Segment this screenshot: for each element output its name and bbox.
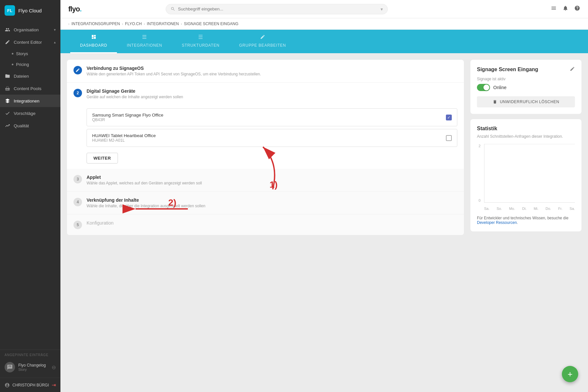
remove-pin-icon[interactable]: ⊖ bbox=[52, 364, 56, 370]
breadcrumb-sep: › bbox=[122, 22, 123, 26]
breadcrumb-item-0[interactable]: INTEGRATIONSGRUPPEN bbox=[72, 22, 120, 26]
sidebar-item-storys[interactable]: Storys bbox=[0, 48, 60, 59]
step-2-wrapper: 2 Digital Signage Geräte Geräte auf welc… bbox=[67, 83, 464, 169]
sidebar-item-label: Organisation bbox=[14, 27, 51, 32]
sidebar-item-pricing[interactable]: Pricing bbox=[0, 59, 60, 70]
device-name-1: HUAWEI Tablet Heartbeat Office bbox=[92, 133, 446, 138]
step-3: 3 Applet Wähle das Applet, welches auf d… bbox=[67, 169, 464, 192]
topbar: flyo. ▾ bbox=[60, 0, 588, 18]
help-icon[interactable] bbox=[574, 5, 580, 13]
gruppe-bearbeiten-tab-icon bbox=[260, 34, 265, 41]
sidebar-item-label: Integrationen bbox=[14, 99, 56, 103]
dateien-icon bbox=[5, 73, 10, 79]
chart-x-labels: Sa. So. Mo. Di. Mi. Do. Fr. Sa. bbox=[484, 205, 575, 212]
chevron-up-icon: ▴ bbox=[54, 40, 56, 44]
x-label-1: So. bbox=[497, 207, 502, 211]
tab-integrationen[interactable]: INTEGRATIONEN bbox=[117, 30, 172, 53]
step-1-content: Verbindung zu SignageOS Wähle den generi… bbox=[87, 66, 457, 76]
device-name-0: Samsung Smart Signage Flyo Office bbox=[92, 113, 446, 118]
step-3-content: Applet Wähle das Applet, welches auf den… bbox=[87, 175, 457, 185]
x-label-2: Mo. bbox=[509, 207, 515, 211]
left-panel: Verbindung zu SignageOS Wähle den generi… bbox=[67, 60, 464, 385]
breadcrumb-item-2[interactable]: INTEGRATIONEN bbox=[147, 22, 179, 26]
sidebar-item-label: Content Pools bbox=[14, 86, 56, 91]
device-checkbox-0[interactable] bbox=[446, 115, 452, 120]
x-label-6: Fr. bbox=[558, 207, 563, 211]
sidebar-item-label: Content Editor bbox=[14, 40, 51, 45]
fab-button[interactable]: + bbox=[562, 366, 578, 382]
device-item-0[interactable]: Samsung Smart Signage Flyo Office QB43R bbox=[87, 108, 457, 126]
pinned-item-title: Flyo Changelog bbox=[18, 363, 48, 368]
device-checkbox-1[interactable] bbox=[446, 135, 452, 141]
toggle-label: Online bbox=[493, 85, 506, 90]
step-2-title: Digital Signage Geräte bbox=[87, 88, 457, 94]
body-split: Verbindung zu SignageOS Wähle den generi… bbox=[60, 53, 588, 392]
logo-dot: . bbox=[80, 5, 81, 13]
vorschlaege-icon bbox=[5, 110, 10, 116]
statistik-title: Statistik bbox=[477, 126, 575, 132]
step-3-badge: 3 bbox=[74, 175, 82, 183]
pinned-avatar bbox=[5, 362, 15, 372]
device-list: Samsung Smart Signage Flyo Office QB43R … bbox=[67, 105, 464, 147]
content-editor-icon bbox=[5, 39, 10, 45]
step-2-badge: 2 bbox=[74, 89, 82, 97]
pinned-item[interactable]: Flyo Changelog Story ⊖ bbox=[5, 360, 56, 374]
sidebar-logo[interactable]: FL Flyo Cloud bbox=[0, 0, 60, 21]
sidebar-item-label: Dateien bbox=[14, 74, 56, 79]
sidebar-item-organisation[interactable]: Organisation ▾ bbox=[0, 24, 60, 36]
device-info-1: HUAWEI Tablet Heartbeat Office HUAWEI M2… bbox=[92, 133, 446, 143]
sidebar-item-integrationen[interactable]: Integrationen bbox=[0, 95, 60, 107]
breadcrumb-item-3: SIGNAGE SCREEN EINGANG bbox=[184, 22, 238, 26]
notification-icon[interactable] bbox=[563, 5, 568, 13]
step-1-badge bbox=[74, 66, 82, 74]
step-2-desc: Geräte auf welchen die Inhalte angezeigt… bbox=[87, 95, 457, 99]
step-3-desc: Wähle das Applet, welches auf den Geräte… bbox=[87, 181, 457, 185]
menu-icon[interactable] bbox=[551, 5, 557, 13]
logout-icon[interactable]: ⇥ bbox=[52, 382, 56, 388]
tab-gruppe-bearbeiten[interactable]: GRUPPE BEARBEITEN bbox=[229, 30, 296, 53]
device-model-1: HUAWEI M2-A01L bbox=[92, 138, 446, 143]
qualitaet-icon bbox=[5, 123, 10, 129]
tab-integrationen-label: INTEGRATIONEN bbox=[127, 43, 162, 48]
main-content: flyo. ▾ › INTEGRATIONSGRUPPEN › FLYO.CH … bbox=[60, 0, 588, 392]
delete-button[interactable]: UNWIDERRUFLICH LÖSCHEN bbox=[477, 96, 575, 107]
step-5-title: Konfiguration bbox=[87, 220, 457, 226]
edit-icon[interactable] bbox=[570, 66, 575, 73]
step-2-content: Digital Signage Geräte Geräte auf welche… bbox=[87, 88, 457, 99]
sidebar-item-dateien[interactable]: Dateien bbox=[0, 70, 60, 82]
sidebar-item-vorschlaege[interactable]: Vorschläge bbox=[0, 107, 60, 119]
info-card-title: Signage Screen Eingang bbox=[477, 67, 538, 72]
topbar-icons bbox=[551, 5, 580, 13]
weiter-button[interactable]: WEITER bbox=[87, 153, 118, 164]
storys-label: Storys bbox=[16, 51, 28, 56]
info-card-header: Signage Screen Eingang bbox=[477, 66, 575, 73]
tabbar: DASHBOARD INTEGRATIONEN STRUKTURDATEN GR… bbox=[60, 30, 588, 53]
breadcrumb-item-1[interactable]: FLYO.CH bbox=[125, 22, 142, 26]
search-dropdown-icon[interactable]: ▾ bbox=[381, 7, 383, 12]
integrationen-tab-icon bbox=[142, 34, 147, 41]
sidebar-item-content-editor[interactable]: Content Editor ▴ bbox=[0, 36, 60, 48]
svg-rect-2 bbox=[142, 38, 146, 39]
sidebar-user[interactable]: CHRISTOPH BÜRGI ⇥ bbox=[0, 378, 60, 392]
sidebar-item-content-pools[interactable]: Content Pools bbox=[0, 82, 60, 95]
search-bar[interactable]: ▾ bbox=[166, 4, 388, 14]
search-input[interactable] bbox=[178, 7, 378, 11]
logo-text: Flyo Cloud bbox=[18, 8, 42, 13]
tab-strukturdaten[interactable]: STRUKTURDATEN bbox=[172, 30, 229, 53]
statistik-card: Statistik Anzahl Schnittstellen-Anfragen… bbox=[470, 119, 581, 231]
step-4-badge: 4 bbox=[74, 198, 82, 206]
device-model-0: QB43R bbox=[92, 118, 446, 122]
step-4-content: Verknüpfung der Inhalte Wähle die Inhalt… bbox=[87, 197, 457, 208]
step-5-content: Konfiguration bbox=[87, 220, 457, 226]
step-5-badge: 5 bbox=[74, 221, 82, 229]
breadcrumb: › INTEGRATIONSGRUPPEN › FLYO.CH › INTEGR… bbox=[60, 18, 588, 30]
sidebar-item-qualitaet[interactable]: Qualität bbox=[0, 119, 60, 132]
x-label-4: Mi. bbox=[534, 207, 539, 211]
pinned-text: Flyo Changelog Story bbox=[18, 363, 48, 371]
dev-resources-link[interactable]: Developer Ressourcen bbox=[477, 220, 517, 225]
pinned-section: ANGEPINNTE EINTRÄGE Flyo Changelog Story… bbox=[0, 350, 60, 378]
tab-dashboard[interactable]: DASHBOARD bbox=[70, 30, 117, 53]
user-name: CHRISTOPH BÜRGI bbox=[12, 383, 49, 387]
device-item-1[interactable]: HUAWEI Tablet Heartbeat Office HUAWEI M2… bbox=[87, 129, 457, 147]
status-toggle[interactable] bbox=[477, 84, 490, 91]
